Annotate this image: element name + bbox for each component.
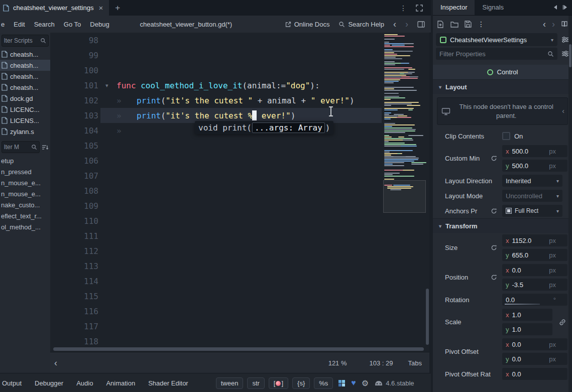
filter-scripts-input[interactable]: lter Scripts (2, 35, 49, 47)
horizontal-scrollbar[interactable] (50, 346, 429, 352)
line-number[interactable]: 112 (50, 246, 98, 256)
script-list-item[interactable]: zylann.s (0, 126, 50, 137)
property-filter-options-icon[interactable] (561, 50, 569, 57)
menu-edit[interactable]: Edit (9, 21, 29, 28)
indent-type[interactable]: Tabs (408, 359, 422, 367)
revert-icon[interactable] (491, 208, 497, 214)
method-list-item[interactable]: etup (0, 155, 50, 166)
code-line[interactable]: 113 (50, 258, 429, 274)
rotation-field[interactable]: 0.0 ° (502, 294, 567, 306)
script-tab-active[interactable]: cheatsheet_viewer_settings × (0, 0, 109, 16)
vertical-scrollbar[interactable] (426, 289, 429, 345)
menu-goto[interactable]: Go To (59, 21, 85, 28)
method-list-item[interactable]: n_mouse_e... (0, 177, 50, 188)
menu-file[interactable]: e (0, 21, 9, 28)
emoji-snippet-button[interactable]: [] (269, 377, 288, 389)
code-line[interactable]: 99 (50, 48, 429, 63)
tab-inspector[interactable]: Inspector (433, 0, 475, 15)
dock-move-left-icon[interactable] (553, 5, 558, 10)
sort-methods-icon[interactable] (42, 144, 49, 151)
clip-contents-checkbox[interactable] (502, 132, 510, 140)
line-number[interactable]: 110 (50, 216, 98, 226)
line-number[interactable]: 101 (50, 81, 98, 90)
line-number[interactable]: 113 (50, 262, 98, 271)
zoom-level[interactable]: 121 % (328, 359, 347, 367)
size-y-field[interactable]: y655.0px (502, 249, 567, 261)
filter-properties-input[interactable]: Filter Properties (436, 48, 557, 60)
layout-direction-dropdown[interactable]: Inherited ▾ (502, 175, 562, 187)
method-list-item[interactable]: eflect_text_r... (0, 210, 50, 221)
line-number[interactable]: 100 (50, 66, 98, 75)
panel-output[interactable]: Output (0, 379, 28, 387)
blocks-icon[interactable] (338, 379, 346, 387)
code-line[interactable]: 107 (50, 168, 429, 183)
new-tab-button[interactable]: + (109, 3, 126, 13)
anchors-preset-dropdown[interactable]: Full Rect ▾ (502, 205, 562, 217)
quick-button-s[interactable]: %s (314, 377, 333, 389)
code-line[interactable]: 116 (50, 304, 429, 319)
quick-button-str[interactable]: str (247, 377, 264, 389)
engine-version[interactable]: 4.6.stable (386, 379, 414, 387)
code-line[interactable]: 101▾func cool_method_i_love_it(animal:="… (50, 78, 429, 93)
pivot-offset-y-field[interactable]: y0.0px (502, 353, 567, 365)
pivot-offset-x-field[interactable]: x0.0px (502, 338, 567, 350)
custom-min-y-field[interactable]: y500.0px (502, 160, 567, 172)
history-back-button[interactable]: ‹ (393, 20, 396, 29)
code-editor[interactable]: 9899100101▾func cool_method_i_love_it(an… (50, 33, 429, 352)
online-docs-button[interactable]: Online Docs (285, 21, 330, 28)
size-x-field[interactable]: x1152.0px (502, 234, 567, 246)
distraction-free-icon[interactable] (416, 5, 423, 12)
object-history-back-icon[interactable]: ‹ (543, 20, 546, 29)
script-list-item[interactable]: dock.gd (0, 93, 50, 104)
script-list-item[interactable]: cheatsh... (0, 49, 50, 60)
code-line[interactable]: 105 (50, 138, 429, 153)
code-line[interactable]: 108 (50, 183, 429, 198)
load-resource-icon[interactable] (450, 21, 459, 28)
open-docs-icon[interactable] (561, 21, 568, 28)
notice-collapse-icon[interactable]: ‹ (562, 106, 565, 116)
code-line[interactable]: 112 (50, 243, 429, 258)
scripts-panel-toggle-icon[interactable] (417, 21, 425, 28)
code-line[interactable]: 98 (50, 33, 429, 48)
panel-shader-editor[interactable]: Shader Editor (142, 379, 195, 387)
line-number[interactable]: 102 (50, 96, 98, 105)
method-list-item[interactable]: n_mouse_e... (0, 188, 50, 199)
quick-button-s[interactable]: {s} (292, 377, 310, 389)
line-number[interactable]: 103 (50, 111, 98, 120)
code-line[interactable]: 110 (50, 213, 429, 228)
panel-debugger[interactable]: Debugger (28, 379, 70, 387)
method-list-item[interactable]: nake_custo... (0, 199, 50, 210)
filter-methods-input[interactable]: lter M (2, 141, 40, 153)
new-resource-icon[interactable] (437, 21, 444, 28)
fold-arrow-icon[interactable]: ▾ (98, 82, 117, 89)
position-y-field[interactable]: y-3.5px (502, 279, 567, 291)
panel-animation[interactable]: Animation (99, 379, 142, 387)
line-number[interactable]: 109 (50, 201, 98, 211)
code-line[interactable]: 114 (50, 274, 429, 289)
script-list-item[interactable]: cheatsh... (0, 60, 50, 71)
revert-icon[interactable] (491, 155, 497, 162)
line-number[interactable]: 108 (50, 186, 98, 196)
revert-icon[interactable] (491, 244, 497, 251)
menu-search[interactable]: Search (30, 21, 59, 28)
line-number[interactable]: 116 (50, 307, 98, 316)
save-icon[interactable] (465, 21, 472, 28)
search-help-button[interactable]: Search Help (338, 21, 384, 28)
heart-icon[interactable]: ♥ (351, 378, 356, 387)
script-list-item[interactable]: cheatsh... (0, 71, 50, 82)
revert-icon[interactable] (491, 274, 497, 281)
pivot-offset-ratio-x-field[interactable]: x0.0 (502, 368, 567, 380)
line-number[interactable]: 98 (50, 36, 98, 45)
code-line[interactable]: 109 (50, 198, 429, 213)
line-number[interactable]: 99 (50, 51, 98, 60)
code-minimap[interactable] (383, 33, 426, 218)
gear-icon[interactable]: ⚙ (362, 378, 369, 388)
scale-x-field[interactable]: x1.0 (502, 309, 552, 321)
line-number[interactable]: 111 (50, 231, 98, 241)
tab-signals[interactable]: Signals (475, 0, 511, 15)
section-layout[interactable]: ▾ Layout (433, 79, 572, 94)
script-list-item[interactable]: LICENS... (0, 115, 50, 126)
line-number[interactable]: 105 (50, 141, 98, 151)
cursor-position[interactable]: 103 : 29 (370, 359, 393, 367)
node-selector[interactable]: CheatsheetViewerSettings ▾ (436, 33, 557, 46)
